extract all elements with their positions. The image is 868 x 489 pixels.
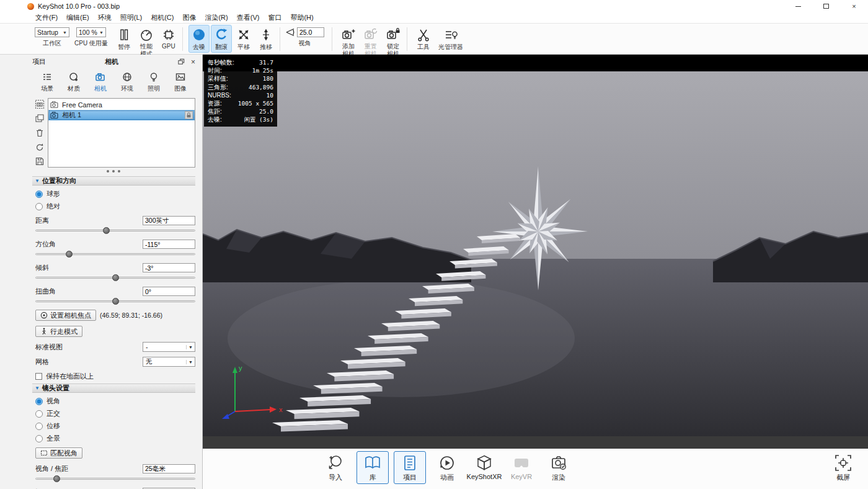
inclination-slider[interactable] <box>35 274 195 281</box>
save-icon[interactable] <box>35 156 45 166</box>
close-button[interactable]: × <box>840 0 868 12</box>
set-camera-focus-button[interactable]: 设置相机焦点 <box>35 310 96 321</box>
shift-radio[interactable] <box>35 423 43 430</box>
absolute-radio[interactable] <box>35 203 43 210</box>
spherical-radio[interactable] <box>35 191 43 198</box>
grid-label: 网格 <box>35 357 49 367</box>
camera-list-item-camera-1[interactable]: 相机 1 <box>48 110 195 120</box>
performance-mode-button[interactable]: 性能模式 <box>136 25 157 58</box>
light-manager-button[interactable]: 光管理器 <box>435 25 466 53</box>
distance-label: 距离 <box>35 216 49 225</box>
camera-icon <box>95 71 106 83</box>
dock-item-keyshotxr[interactable]: KeyShotXR <box>468 451 500 484</box>
dock-item-screenshot[interactable]: 截屏 <box>827 451 859 484</box>
dock-item-animation[interactable]: 动画 <box>431 451 463 484</box>
tab-material[interactable]: 材质 <box>63 68 85 97</box>
azimuth-slider[interactable] <box>35 250 195 258</box>
section-position-orientation[interactable]: ▼ 位置和方向 <box>32 176 195 186</box>
viewport[interactable]: y x 每秒帧数:31.7 时间:1m 25s 采样值:180 三角形:463,… <box>203 55 868 449</box>
dolly-button[interactable]: 推移 <box>255 25 277 53</box>
lock-icon[interactable] <box>185 111 193 119</box>
lens-fov-slider-thumb[interactable] <box>53 475 60 482</box>
inclination-slider-thumb[interactable] <box>112 274 119 281</box>
dock-item-library[interactable]: 库 <box>356 451 389 484</box>
lens-fov-slider[interactable] <box>35 475 195 482</box>
pan-button[interactable]: 平移 <box>233 25 254 53</box>
tab-lighting[interactable]: 照明 <box>143 68 165 97</box>
lock-camera-button[interactable]: 锁定相机 <box>383 25 404 58</box>
fov-input[interactable] <box>297 27 324 37</box>
lens-fov-input[interactable] <box>143 464 195 473</box>
workspace-dropdown[interactable]: Startup▼ <box>35 27 69 37</box>
inclination-input[interactable] <box>143 263 195 272</box>
tab-scene[interactable]: 场景 <box>36 68 58 97</box>
menu-image[interactable]: 图像 <box>178 12 200 23</box>
keep-above-ground-checkbox[interactable] <box>35 373 42 380</box>
menu-edit[interactable]: 编辑(E) <box>62 12 94 23</box>
azimuth-input[interactable] <box>143 240 195 249</box>
delete-trash-icon[interactable] <box>35 128 45 138</box>
menu-camera[interactable]: 相机(C) <box>146 12 178 23</box>
perspective-radio-row[interactable]: 视角 <box>35 397 195 405</box>
walk-mode-button[interactable]: 行走模式 <box>35 326 82 337</box>
panoramic-radio[interactable] <box>35 435 43 442</box>
pause-button[interactable]: 暂停 <box>113 25 135 53</box>
menu-view[interactable]: 查看(V) <box>232 12 264 23</box>
reset-camera-button[interactable]: 重置相机 <box>360 25 381 58</box>
menu-window[interactable]: 窗口 <box>264 12 286 23</box>
keep-above-ground-row[interactable]: 保持在地面以上 <box>35 372 195 380</box>
select-camera-icon[interactable] <box>35 99 45 109</box>
distance-slider-thumb[interactable] <box>103 227 110 234</box>
menu-render[interactable]: 渲染(R) <box>200 12 232 23</box>
menu-lighting[interactable]: 照明(L) <box>116 12 146 23</box>
orthographic-radio-row[interactable]: 正交 <box>35 410 195 418</box>
distance-input[interactable] <box>143 216 195 225</box>
tab-image[interactable]: 图像 <box>169 68 192 97</box>
dock-item-project[interactable]: 项目 <box>394 451 426 484</box>
maximize-button[interactable] <box>812 0 840 12</box>
cpu-usage-dropdown[interactable]: 100 %▼ <box>76 27 106 37</box>
undock-panel-icon[interactable] <box>177 58 185 66</box>
tab-camera[interactable]: 相机 <box>89 68 112 97</box>
dock-item-import[interactable]: 导入 <box>319 451 352 484</box>
add-camera-button[interactable]: 添加相机 <box>338 25 359 58</box>
spherical-radio-row[interactable]: 球形 <box>35 190 195 198</box>
camera-list-item-free-camera[interactable]: Free Camera <box>48 99 195 110</box>
lock-camera-icon <box>386 27 401 42</box>
perspective-radio[interactable] <box>35 398 43 405</box>
twist-input[interactable] <box>143 287 195 296</box>
camera-list: Free Camera 相机 1 <box>48 98 195 168</box>
grid-dropdown[interactable]: 无 ▼ <box>143 357 195 367</box>
section-lens-settings[interactable]: ▼ 镜头设置 <box>32 384 195 393</box>
denoise-button[interactable]: 去噪 <box>188 25 210 53</box>
reset-undo-icon[interactable] <box>35 142 45 152</box>
distance-slider[interactable] <box>35 227 195 234</box>
gpu-button[interactable]: GPU <box>158 25 179 51</box>
tools-button[interactable]: 工具 <box>413 25 434 53</box>
tab-environment[interactable]: 环境 <box>116 68 138 97</box>
lighting-bulb-icon <box>148 71 159 83</box>
tumble-button[interactable]: 翻滚 <box>211 25 232 53</box>
match-view-button[interactable]: 匹配视角 <box>35 447 82 459</box>
menu-help[interactable]: 帮助(H) <box>286 12 317 23</box>
twist-slider-thumb[interactable] <box>112 298 119 305</box>
axis-x-label: x <box>279 406 283 413</box>
menu-environment[interactable]: 环境 <box>94 12 116 23</box>
shift-radio-row[interactable]: 位移 <box>35 422 195 430</box>
menu-file[interactable]: 文件(F) <box>31 12 62 23</box>
close-panel-icon[interactable]: × <box>189 58 197 66</box>
standard-view-dropdown[interactable]: - ▼ <box>143 342 195 352</box>
twist-slider[interactable] <box>35 297 195 305</box>
azimuth-slider-thumb[interactable] <box>66 251 73 258</box>
orthographic-radio[interactable] <box>35 410 43 418</box>
minimize-button[interactable] <box>784 0 812 12</box>
duplicate-camera-icon[interactable] <box>35 114 45 123</box>
render-canvas[interactable]: y x <box>203 71 868 436</box>
image-frame-icon <box>175 71 186 83</box>
list-page-dots[interactable] <box>0 168 202 173</box>
absolute-radio-row[interactable]: 绝对 <box>35 202 195 210</box>
window-title: KeyShot 10.0 Pro - 003.bip <box>38 2 120 10</box>
dock-item-render[interactable]: 渲染 <box>542 451 575 484</box>
panoramic-radio-row[interactable]: 全景 <box>35 434 195 442</box>
dock-item-keyvr[interactable]: KeyVR <box>505 451 538 484</box>
